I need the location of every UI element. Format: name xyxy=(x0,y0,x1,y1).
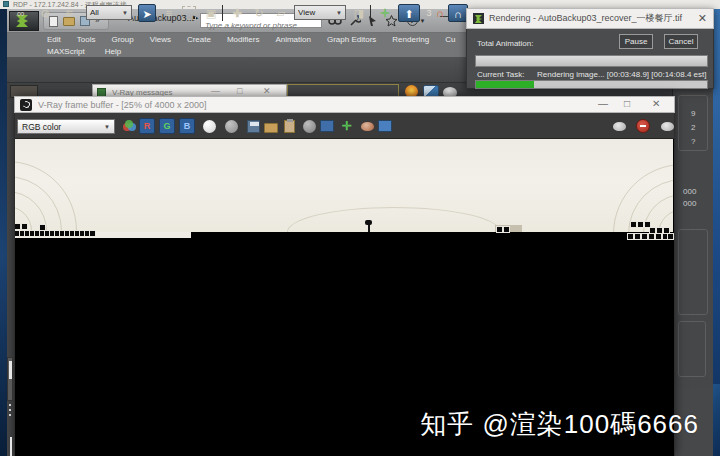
groupbox-edge xyxy=(678,95,708,151)
rendering-dialog-title: Rendering - AutoBackup03_recover_一楼餐厅.ti… xyxy=(489,12,682,25)
clear-image-icon[interactable] xyxy=(301,118,317,134)
menu-item-group[interactable]: Group xyxy=(111,35,133,44)
blue-channel-button[interactable]: B xyxy=(179,118,195,134)
selection-filter-value: All xyxy=(90,8,99,17)
rendered-region xyxy=(15,139,673,232)
menu-item-modifiers[interactable]: Modifiers xyxy=(227,35,259,44)
gutter-line xyxy=(10,437,12,456)
vray-logo-icon xyxy=(20,99,32,111)
select-by-name-icon[interactable]: ≡ xyxy=(160,4,178,22)
alpha-channel-icon[interactable] xyxy=(201,118,217,134)
pivot-mode-button[interactable]: ⬆ xyxy=(398,4,420,22)
vfb-title: V-Ray frame buffer - [25% of 4000 x 2000… xyxy=(38,100,206,110)
channel-dropdown[interactable]: RGB color ▼ xyxy=(17,119,115,134)
menu-item-create[interactable]: Create xyxy=(187,35,211,44)
red-channel-button[interactable]: R xyxy=(139,118,155,134)
select-and-rotate-icon[interactable]: ↻ xyxy=(250,4,268,22)
panel-fragment: 000 xyxy=(683,199,696,208)
select-and-move-icon[interactable]: ✚ xyxy=(228,4,246,22)
selection-region-icon[interactable] xyxy=(182,6,196,20)
render-bucket xyxy=(90,231,95,236)
render-bucket xyxy=(664,228,669,233)
select-and-manipulate-icon[interactable]: ✛ xyxy=(376,4,394,22)
faint-arc xyxy=(287,207,501,232)
selection-filter-dropdown[interactable]: All▼ xyxy=(86,5,132,20)
stop-render-button[interactable] xyxy=(635,118,651,134)
render-bucket xyxy=(642,234,647,239)
menu-item-maxscript[interactable]: MAXScript xyxy=(47,47,85,56)
minimize-icon[interactable]: — xyxy=(211,86,220,96)
screen: RDP - 172.17.242.84 - 远程桌面连接 » AutoBacku… xyxy=(0,0,720,456)
render-bucket xyxy=(15,224,20,229)
render-bucket xyxy=(631,222,636,227)
snaps-toggle-icon[interactable]: ∩ xyxy=(434,4,446,22)
select-object-button[interactable]: ➤ xyxy=(138,4,156,22)
region-render-icon[interactable] xyxy=(359,118,375,134)
menu-item-graph-editors[interactable]: Graph Editors xyxy=(327,35,376,44)
render-bucket xyxy=(504,227,509,232)
duplicate-to-host-icon[interactable] xyxy=(319,118,335,134)
copy-to-clipboard-icon[interactable] xyxy=(281,118,297,134)
channel-value: RGB color xyxy=(22,122,61,132)
compare-ab-icon[interactable] xyxy=(377,118,393,134)
render-bucket xyxy=(657,228,662,233)
render-bucket xyxy=(22,224,27,229)
rgb-channels-icon[interactable] xyxy=(121,118,137,134)
rendering-dialog-titlebar[interactable]: Rendering - AutoBackup03_recover_一楼餐厅.ti… xyxy=(466,8,714,29)
menu-item-rendering[interactable]: Rendering xyxy=(392,35,429,44)
maximize-icon[interactable]: □ xyxy=(237,86,242,96)
use-center-flyout-icon[interactable]: ◨ xyxy=(350,4,368,22)
menu-item-tools[interactable]: Tools xyxy=(77,35,96,44)
snap-mode-label: 3 xyxy=(424,4,434,22)
render-bucket xyxy=(638,222,643,227)
minimize-icon[interactable]: — xyxy=(598,98,608,109)
rdp-icon xyxy=(3,1,9,7)
close-icon[interactable]: ✕ xyxy=(698,13,707,24)
render-icon[interactable] xyxy=(659,118,675,134)
window-crossing-icon[interactable]: ▣ xyxy=(202,4,220,22)
menu-item-help[interactable]: Help xyxy=(105,47,121,56)
toolbar-divider xyxy=(370,5,371,21)
vfb-titlebar[interactable]: V-Ray frame buffer - [25% of 4000 x 2000… xyxy=(14,96,675,113)
watermark: 知乎 @渲染100碼6666 xyxy=(420,407,699,442)
rendering-dialog-body: Total Animation: Pause Cancel Current Ta… xyxy=(466,29,714,89)
render-bucket xyxy=(650,228,655,233)
rendering-dialog: Rendering - AutoBackup03_recover_一楼餐厅.ti… xyxy=(466,8,714,89)
menu-item-animation[interactable]: Animation xyxy=(275,35,311,44)
angle-snap-button[interactable]: ∩ xyxy=(448,4,468,22)
light-fixture-head xyxy=(365,220,372,225)
close-icon[interactable]: ✕ xyxy=(652,98,660,109)
menu-item-edit[interactable]: Edit xyxy=(47,35,61,44)
maximize-icon[interactable]: □ xyxy=(624,98,630,109)
gutter-dot xyxy=(9,414,11,416)
menu-item-cu[interactable]: Cu xyxy=(445,35,455,44)
gutter-dot xyxy=(9,404,11,406)
select-and-scale-icon[interactable]: ▱ xyxy=(272,4,290,22)
render-bucket xyxy=(645,222,650,227)
monochrome-icon[interactable] xyxy=(223,118,239,134)
render-bucket xyxy=(649,234,654,239)
select-and-link-icon[interactable]: ∞ xyxy=(12,4,30,22)
background-scrollbar[interactable] xyxy=(7,357,13,401)
menu-item-views[interactable]: Views xyxy=(150,35,171,44)
close-icon[interactable]: ✕ xyxy=(263,86,271,96)
bind-to-spacewarp-icon[interactable]: ≋ xyxy=(60,4,78,22)
unlink-selection-icon[interactable]: ⊘ xyxy=(36,4,54,22)
toolbar-divider xyxy=(222,5,223,21)
save-image-icon[interactable] xyxy=(245,118,261,134)
green-channel-button[interactable]: G xyxy=(159,118,175,134)
chevron-down-icon: ▼ xyxy=(104,124,110,130)
track-mouse-icon[interactable]: ✛ xyxy=(339,118,355,134)
reference-coordinate-dropdown[interactable]: View▼ xyxy=(294,5,346,20)
pause-button[interactable]: Pause xyxy=(619,34,653,49)
render-last-icon[interactable] xyxy=(611,118,627,134)
render-bucket xyxy=(656,234,661,239)
load-image-icon[interactable] xyxy=(263,118,279,134)
cancel-button[interactable]: Cancel xyxy=(664,34,698,49)
current-task-label: Current Task: xyxy=(477,70,524,79)
background-dialog-edge: 9 2 ? 000 000 xyxy=(672,89,713,389)
reference-coordinate-value: View xyxy=(298,8,315,17)
total-animation-label: Total Animation: xyxy=(477,39,533,48)
vray-frame-buffer-window: V-Ray frame buffer - [25% of 4000 x 2000… xyxy=(14,96,675,456)
groupbox-edge xyxy=(678,229,708,315)
